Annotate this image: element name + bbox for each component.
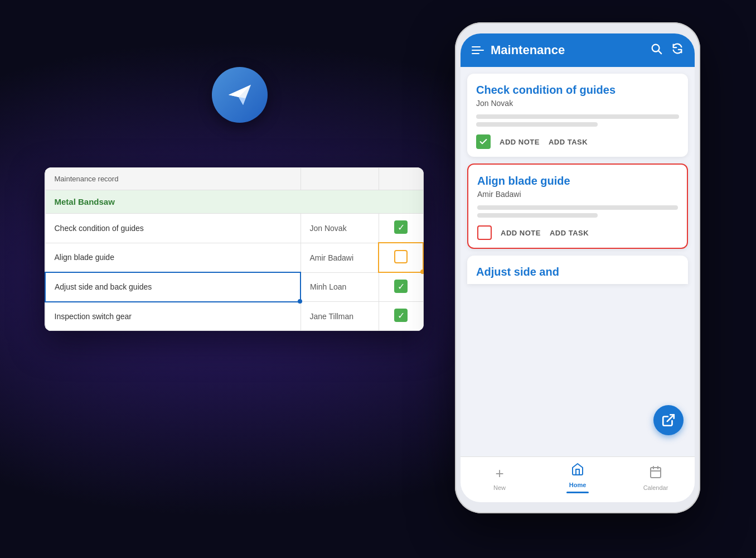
svg-line-1: [658, 51, 661, 54]
task-cell: Inspection switch gear: [45, 302, 301, 331]
header-col2: [301, 168, 379, 190]
table-row[interactable]: Adjust side and back guides Minh Loan: [45, 272, 423, 302]
partial-card: Adjust side and: [467, 256, 688, 284]
add-note-btn-1[interactable]: ADD NOTE: [500, 138, 540, 146]
bottom-nav: + New Home: [461, 456, 695, 502]
task-card-2[interactable]: Align blade guide Amir Badawi ADD NOTE A…: [467, 163, 688, 249]
status-cell[interactable]: [379, 214, 423, 243]
maintenance-table: Maintenance record Metal Bandsaw Check c…: [45, 167, 424, 331]
checkbox-checked-icon[interactable]: [394, 309, 408, 322]
status-cell-yellow[interactable]: [379, 243, 423, 272]
task-line-2: [476, 122, 598, 127]
header-col3: [379, 168, 423, 190]
header-left: Maintenance: [472, 43, 565, 57]
table-row[interactable]: Align blade guide Amir Badawi: [45, 243, 423, 272]
menu-icon[interactable]: [472, 46, 484, 54]
section-row-metal-bandsaw: Metal Bandsaw: [45, 190, 423, 214]
search-icon[interactable]: [650, 42, 662, 58]
nav-item-new[interactable]: + New: [480, 465, 519, 491]
card2-person: Amir Badawi: [477, 190, 678, 199]
calendar-icon: [649, 465, 662, 482]
card1-title: Check condition of guides: [476, 84, 679, 97]
section-label: Metal Bandsaw: [45, 190, 423, 214]
table-row[interactable]: Check condition of guides Jon Novak: [45, 214, 423, 243]
phone-frame: Maintenance: [455, 22, 700, 513]
checkbox-checked-icon[interactable]: [394, 280, 408, 293]
app-header: Maintenance: [461, 33, 695, 67]
home-icon: [571, 463, 584, 479]
header-icons: [650, 42, 684, 58]
phone-container: Maintenance: [455, 22, 700, 513]
assignee-cell: Jane Tillman: [301, 302, 379, 331]
header-col1: Maintenance record: [45, 168, 301, 190]
assignee-cell: Jon Novak: [301, 214, 379, 243]
card2-actions: ADD NOTE ADD TASK: [477, 225, 678, 240]
card2-title: Align blade guide: [477, 175, 678, 187]
assignee-cell: Amir Badawi: [301, 243, 379, 272]
task-line-3: [477, 205, 678, 210]
add-note-btn-2[interactable]: ADD NOTE: [501, 229, 541, 237]
nav-active-indicator: [566, 492, 589, 493]
phone-screen: Maintenance: [461, 33, 695, 502]
svg-rect-2: [651, 468, 661, 478]
task-card-1[interactable]: Check condition of guides Jon Novak ADD …: [467, 74, 688, 157]
table-header-row: Maintenance record: [45, 168, 423, 190]
task-cell-selected[interactable]: Adjust side and back guides: [45, 272, 301, 302]
nav-item-home[interactable]: Home: [558, 463, 597, 493]
task-cell: Check condition of guides: [45, 214, 301, 243]
nav-label-home: Home: [569, 482, 587, 488]
assignee-cell: Minh Loan: [301, 272, 379, 302]
card1-actions: ADD NOTE ADD TASK: [476, 134, 679, 149]
fab-button[interactable]: [653, 405, 684, 435]
plus-icon: +: [495, 465, 503, 482]
add-task-btn-1[interactable]: ADD TASK: [549, 138, 588, 146]
app-icon: [212, 67, 268, 123]
add-task-btn-2[interactable]: ADD TASK: [550, 229, 589, 237]
checkbox-checked-icon[interactable]: [394, 220, 408, 234]
app-title: Maintenance: [491, 43, 565, 57]
task-line-4: [477, 213, 598, 218]
partial-card-title: Adjust side and: [476, 266, 679, 278]
spreadsheet-panel: Maintenance record Metal Bandsaw Check c…: [45, 167, 424, 331]
status-cell[interactable]: [379, 272, 423, 302]
card1-checkbox[interactable]: [476, 134, 491, 149]
refresh-icon[interactable]: [671, 42, 684, 58]
task-cell: Align blade guide: [45, 243, 301, 272]
nav-label-calendar: Calendar: [643, 484, 668, 491]
nav-item-calendar[interactable]: Calendar: [636, 465, 675, 491]
card2-checkbox[interactable]: [477, 225, 492, 240]
card2-lines: [477, 205, 678, 218]
task-line-1: [476, 114, 679, 119]
app-content: Check condition of guides Jon Novak ADD …: [461, 67, 695, 456]
card1-lines: [476, 114, 679, 127]
table-row[interactable]: Inspection switch gear Jane Tillman: [45, 302, 423, 331]
card1-person: Jon Novak: [476, 99, 679, 108]
status-cell[interactable]: [379, 302, 423, 331]
checkbox-empty-icon[interactable]: [394, 250, 408, 263]
nav-label-new: New: [493, 484, 506, 491]
